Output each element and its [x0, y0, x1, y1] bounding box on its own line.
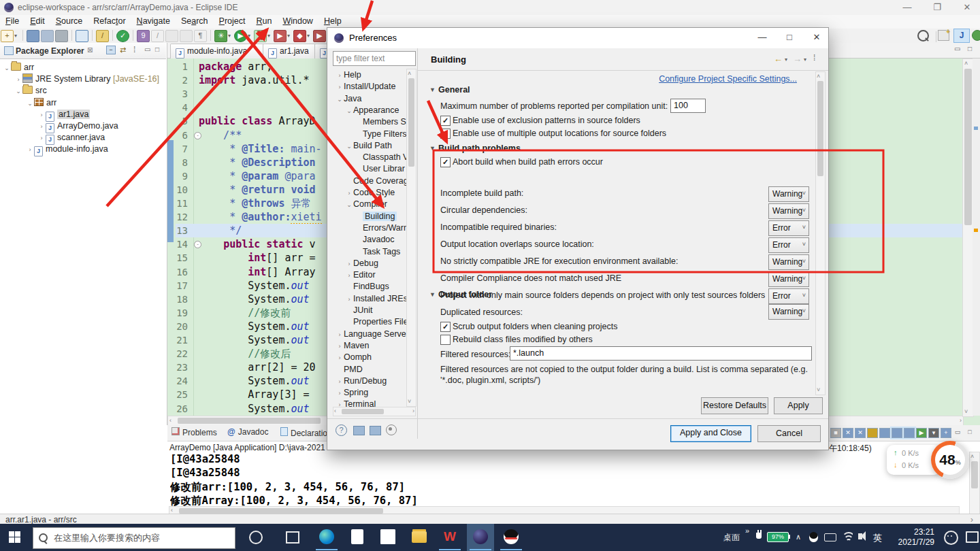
remove-all-icon[interactable]: ✕ [855, 428, 866, 438]
mark-occurrences-icon[interactable]: 9 [137, 30, 150, 42]
status-expand-icon[interactable]: › [970, 515, 973, 524]
expander-collapse-icon[interactable]: ⌄ [26, 98, 34, 110]
console-output[interactable]: [I@43a25848[I@43a25848修改前arr:[100, 2, 3,… [170, 453, 960, 506]
prefs-tree-install-update[interactable]: ›Install/Update [336, 81, 395, 93]
taskbar-app-edge-icon[interactable] [313, 524, 340, 551]
bpp-combo-2[interactable]: Error˅ [768, 220, 809, 236]
dialog-close-button[interactable]: ✕ [804, 28, 830, 47]
prefs-tree-pmd[interactable]: PMD [336, 364, 363, 375]
doc-icon[interactable] [180, 30, 193, 42]
display-console-icon[interactable]: ▶ [916, 428, 927, 438]
editor-minimize-icon[interactable]: ▭ [954, 45, 960, 52]
window-restore-button[interactable]: ❐ [932, 2, 942, 13]
back-arrow-icon[interactable]: ← [774, 54, 783, 64]
link-with-editor-icon[interactable]: ⇄ [120, 46, 126, 54]
editor-tab-ar1java[interactable]: Jar1.java [263, 44, 323, 59]
restore-defaults-button[interactable]: Restore Defaults [701, 397, 768, 414]
import-icon[interactable] [353, 426, 365, 435]
expander-expand-icon[interactable]: › [336, 388, 344, 399]
abort-build-checkbox[interactable]: ✓ [440, 157, 451, 167]
clock[interactable]: 23:212021/7/29 [889, 527, 934, 548]
collapse-all-icon[interactable]: − [106, 46, 116, 54]
prefs-tree-properties-file[interactable]: Properties File [345, 316, 406, 328]
tree-item-arr[interactable]: ⌄arr [3, 62, 34, 73]
menu-edit[interactable]: Edit [24, 15, 50, 26]
power-plug-icon[interactable] [756, 533, 762, 539]
minimize-view-icon[interactable]: ▭ [144, 46, 150, 53]
bpp-combo-0[interactable]: Warning˅ [768, 186, 809, 202]
ascii-art-icon[interactable]: / [151, 30, 164, 42]
scroll-right-icon[interactable]: › [412, 407, 414, 416]
taskbar-app-explorer-icon[interactable] [406, 524, 433, 551]
remove-launch-icon[interactable]: ✕ [843, 428, 853, 438]
console-monitor-icon[interactable] [76, 30, 88, 42]
cpu-usage-gauge[interactable]: 48% [931, 441, 969, 479]
menu-source[interactable]: Source [50, 15, 88, 26]
battery-indicator[interactable]: 97% [767, 532, 789, 542]
menu-project[interactable]: Project [214, 15, 251, 26]
expander-expand-icon[interactable]: › [14, 74, 22, 86]
editor-tab-moduleinfojava[interactable]: Jmodule-info.java [170, 44, 271, 59]
terminate-icon[interactable]: ■ [830, 428, 841, 438]
search-flashlight-icon[interactable]: / [96, 30, 109, 42]
run-external-icon[interactable]: ▶ [274, 30, 287, 42]
task-view-icon[interactable] [286, 531, 299, 544]
expander-expand-icon[interactable]: › [336, 352, 344, 364]
qq-tray-icon[interactable] [809, 532, 818, 542]
package-explorer-title[interactable]: Package Explorer [16, 46, 84, 56]
filtered-resources-input[interactable]: *.launch [510, 346, 812, 361]
max-problems-input[interactable]: 100 [670, 99, 706, 113]
scroll-thumb[interactable] [178, 418, 321, 424]
general-section-header[interactable]: General [438, 85, 470, 95]
pin-console-icon[interactable] [904, 428, 915, 438]
profile-icon[interactable]: ◆ [293, 30, 306, 42]
new-wizard-icon[interactable]: + [1, 30, 14, 42]
apply-button[interactable]: Apply [774, 397, 823, 414]
expander-expand-icon[interactable]: › [345, 270, 353, 282]
exclusion-patterns-checkbox[interactable]: ✓ [440, 116, 451, 126]
menu-run[interactable]: Run [250, 15, 277, 26]
debug-icon-dropdown[interactable]: ▾ [228, 33, 233, 39]
input-language-indicator[interactable]: 英 [873, 532, 882, 544]
scrub-output-checkbox[interactable]: ✓ [440, 322, 451, 332]
new-console-icon[interactable]: + [941, 428, 951, 438]
scroll-left-icon[interactable]: ‹ [334, 407, 336, 416]
prefs-tree-type-filters[interactable]: Type Filters [355, 129, 406, 140]
prefs-tree-findbugs[interactable]: FindBugs [345, 281, 389, 293]
rebuild-class-checkbox[interactable] [440, 335, 451, 345]
scroll-thumb[interactable] [179, 508, 383, 514]
expander-expand-icon[interactable]: › [345, 294, 353, 305]
duplicated-resources-combo[interactable]: Warning˅ [768, 304, 809, 320]
tree-item-scanner-java[interactable]: ›Jscanner.java [37, 132, 105, 144]
scroll-up-icon[interactable]: ˄ [408, 69, 411, 78]
prefs-tree-user-librar[interactable]: User Librar [355, 163, 405, 175]
prefs-tree-language-server[interactable]: ›Language Server [336, 329, 406, 340]
tree-item-src[interactable]: ⌄src [14, 85, 47, 97]
scroll-thumb[interactable] [964, 69, 972, 225]
bpp-combo-6[interactable]: Error˅ [768, 288, 809, 304]
taskbar-app-wps-icon[interactable]: W [436, 524, 463, 551]
prefs-tree-junit[interactable]: JUnit [345, 305, 372, 316]
scroll-up-icon[interactable]: ˄ [970, 452, 974, 461]
multiple-output-checkbox[interactable]: ✓ [440, 129, 451, 139]
filter-text-input[interactable]: type filter text [333, 51, 416, 66]
prefs-tree-editor[interactable]: ›Editor [345, 269, 376, 281]
tree-item-jre-system-library-[interactable]: ›JRE System Library [JavaSE-16] [14, 73, 159, 85]
expander-expand-icon[interactable]: › [37, 133, 46, 144]
tree-item-ar1-java[interactable]: ›Jar1.java [37, 109, 90, 120]
tree-item-module-info-java[interactable]: ›Jmodule-info.java [26, 144, 108, 155]
copy-docs-icon[interactable] [165, 30, 178, 42]
menu-search[interactable]: Search [176, 15, 214, 26]
expander-collapse-icon[interactable]: ⌄ [3, 63, 11, 74]
console-tab-declaration[interactable]: Declaration [280, 427, 332, 438]
print-icon[interactable] [55, 30, 68, 42]
taskbar-app-store-icon[interactable] [374, 524, 402, 551]
stop-icon[interactable]: ▶ [313, 30, 326, 42]
scroll-up-icon[interactable]: ˄ [817, 72, 820, 81]
prefs-tree-code-coverag[interactable]: Code Coverag [345, 176, 406, 187]
console-maximize-icon[interactable]: □ [965, 428, 975, 437]
prefs-tree-installed-jres[interactable]: ›Installed JREs [345, 293, 406, 305]
maximize-view-icon[interactable]: □ [155, 46, 159, 53]
prefs-tree-help[interactable]: ›Help [336, 69, 361, 81]
bpp-combo-3[interactable]: Error˅ [768, 237, 809, 253]
